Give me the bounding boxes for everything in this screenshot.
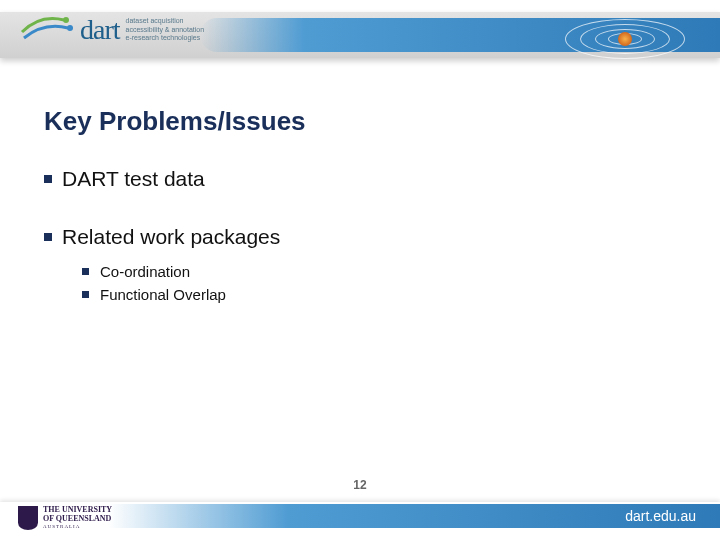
bullet-list: DART test data Related work packages Co-… xyxy=(44,167,676,303)
dart-logo-tagline: dataset acquisition accessibility & anno… xyxy=(126,17,205,42)
slide-header: dart dataset acquisition accessibility &… xyxy=(0,0,720,78)
svg-point-1 xyxy=(67,25,73,31)
bullet-text: Related work packages xyxy=(62,225,280,248)
list-item: Related work packages Co-ordination Func… xyxy=(44,225,676,303)
list-item: Co-ordination xyxy=(82,263,676,280)
tagline-l2: accessibility & annotation xyxy=(126,26,205,34)
footer-url: dart.edu.au xyxy=(625,508,696,524)
sub-bullet-text: Co-ordination xyxy=(100,263,190,280)
uq-text: THE UNIVERSITY OF QUEENSLAND AUSTRALIA xyxy=(43,506,112,529)
uq-logo: THE UNIVERSITY OF QUEENSLAND AUSTRALIA xyxy=(18,506,112,530)
sub-bullet-list: Co-ordination Functional Overlap xyxy=(62,263,676,303)
slide-content: Key Problems/Issues DART test data Relat… xyxy=(0,78,720,303)
list-item: DART test data xyxy=(44,167,676,191)
uq-line3: AUSTRALIA xyxy=(43,524,112,530)
tagline-l1: dataset acquisition xyxy=(126,17,205,25)
sub-bullet-text: Functional Overlap xyxy=(100,286,226,303)
dart-logo: dart dataset acquisition accessibility &… xyxy=(18,10,204,50)
dart-logo-text: dart xyxy=(80,14,120,46)
page-number: 12 xyxy=(353,478,366,492)
slide-title: Key Problems/Issues xyxy=(44,106,676,137)
bullet-text: DART test data xyxy=(62,167,205,190)
svg-point-0 xyxy=(63,17,69,23)
list-item: Functional Overlap xyxy=(82,286,676,303)
slide-footer: THE UNIVERSITY OF QUEENSLAND AUSTRALIA d… xyxy=(0,502,720,540)
dart-logo-icon xyxy=(18,10,74,50)
uq-line2: OF QUEENSLAND xyxy=(43,515,112,524)
uq-crest-icon xyxy=(18,506,38,530)
tagline-l3: e-research technologies xyxy=(126,34,205,42)
